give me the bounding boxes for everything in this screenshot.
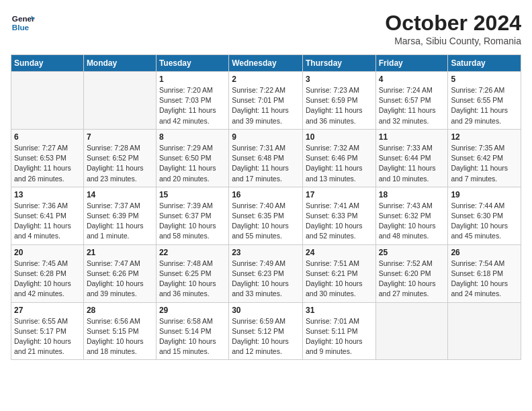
logo: General Blue xyxy=(11,11,35,35)
svg-text:Blue: Blue xyxy=(12,23,30,32)
day-number: 24 xyxy=(306,248,373,257)
weekday-header: Sunday xyxy=(11,55,84,72)
calendar-table: SundayMondayTuesdayWednesdayThursdayFrid… xyxy=(11,54,521,360)
page-header: General Blue October 2024 Marsa, Sibiu C… xyxy=(11,11,521,46)
day-number: 22 xyxy=(159,248,226,257)
calendar-week-row: 20Sunrise: 7:45 AM Sunset: 6:28 PM Dayli… xyxy=(11,244,521,302)
title-block: October 2024 Marsa, Sibiu County, Romani… xyxy=(385,11,521,46)
calendar-cell: 19Sunrise: 7:44 AM Sunset: 6:30 PM Dayli… xyxy=(448,187,521,244)
day-info: Sunrise: 7:51 AM Sunset: 6:21 PM Dayligh… xyxy=(306,259,373,300)
day-info: Sunrise: 6:55 AM Sunset: 5:17 PM Dayligh… xyxy=(14,316,81,357)
day-number: 21 xyxy=(87,248,153,257)
calendar-cell: 13Sunrise: 7:36 AM Sunset: 6:41 PM Dayli… xyxy=(11,187,84,244)
day-info: Sunrise: 7:33 AM Sunset: 6:44 PM Dayligh… xyxy=(379,143,445,184)
day-info: Sunrise: 7:23 AM Sunset: 6:59 PM Dayligh… xyxy=(306,85,373,126)
calendar-cell xyxy=(11,72,84,130)
day-number: 11 xyxy=(379,132,445,142)
day-info: Sunrise: 7:49 AM Sunset: 6:23 PM Dayligh… xyxy=(232,259,300,300)
calendar-cell: 2Sunrise: 7:22 AM Sunset: 7:01 PM Daylig… xyxy=(229,72,303,130)
calendar-week-row: 13Sunrise: 7:36 AM Sunset: 6:41 PM Dayli… xyxy=(11,187,521,244)
day-info: Sunrise: 7:28 AM Sunset: 6:52 PM Dayligh… xyxy=(87,143,153,184)
weekday-header: Friday xyxy=(375,55,448,72)
calendar-cell: 14Sunrise: 7:37 AM Sunset: 6:39 PM Dayli… xyxy=(83,187,156,244)
calendar-cell: 1Sunrise: 7:20 AM Sunset: 7:03 PM Daylig… xyxy=(156,72,228,130)
day-info: Sunrise: 7:48 AM Sunset: 6:25 PM Dayligh… xyxy=(159,259,226,300)
calendar-cell: 15Sunrise: 7:39 AM Sunset: 6:37 PM Dayli… xyxy=(156,187,228,244)
calendar-cell: 8Sunrise: 7:29 AM Sunset: 6:50 PM Daylig… xyxy=(156,129,228,187)
weekday-header-row: SundayMondayTuesdayWednesdayThursdayFrid… xyxy=(11,55,521,72)
day-info: Sunrise: 7:37 AM Sunset: 6:39 PM Dayligh… xyxy=(87,201,153,242)
day-info: Sunrise: 7:20 AM Sunset: 7:03 PM Dayligh… xyxy=(159,85,226,126)
day-info: Sunrise: 7:41 AM Sunset: 6:33 PM Dayligh… xyxy=(306,201,373,242)
day-info: Sunrise: 7:35 AM Sunset: 6:42 PM Dayligh… xyxy=(451,143,518,184)
day-info: Sunrise: 7:01 AM Sunset: 5:11 PM Dayligh… xyxy=(306,316,373,357)
calendar-cell: 21Sunrise: 7:47 AM Sunset: 6:26 PM Dayli… xyxy=(83,244,156,302)
calendar-cell: 31Sunrise: 7:01 AM Sunset: 5:11 PM Dayli… xyxy=(302,302,375,360)
day-number: 13 xyxy=(14,190,81,199)
day-info: Sunrise: 7:27 AM Sunset: 6:53 PM Dayligh… xyxy=(14,143,81,184)
day-info: Sunrise: 7:54 AM Sunset: 6:18 PM Dayligh… xyxy=(451,259,518,300)
day-number: 7 xyxy=(87,132,153,142)
day-number: 4 xyxy=(379,75,445,84)
day-number: 26 xyxy=(451,248,518,257)
calendar-cell: 24Sunrise: 7:51 AM Sunset: 6:21 PM Dayli… xyxy=(302,244,375,302)
calendar-cell xyxy=(375,302,448,360)
day-info: Sunrise: 7:45 AM Sunset: 6:28 PM Dayligh… xyxy=(14,259,81,300)
day-number: 1 xyxy=(159,75,226,84)
day-number: 16 xyxy=(232,190,300,199)
month-title: October 2024 xyxy=(385,11,521,36)
day-info: Sunrise: 7:31 AM Sunset: 6:48 PM Dayligh… xyxy=(232,143,300,184)
calendar-cell: 18Sunrise: 7:43 AM Sunset: 6:32 PM Dayli… xyxy=(375,187,448,244)
calendar-cell: 12Sunrise: 7:35 AM Sunset: 6:42 PM Dayli… xyxy=(448,129,521,187)
location-subtitle: Marsa, Sibiu County, Romania xyxy=(385,36,521,46)
day-number: 23 xyxy=(232,248,300,257)
day-number: 20 xyxy=(14,248,81,257)
day-number: 27 xyxy=(14,306,81,315)
day-number: 9 xyxy=(232,132,300,142)
weekday-header: Saturday xyxy=(448,55,521,72)
calendar-cell: 30Sunrise: 6:59 AM Sunset: 5:12 PM Dayli… xyxy=(229,302,303,360)
day-number: 6 xyxy=(14,132,81,142)
day-info: Sunrise: 7:47 AM Sunset: 6:26 PM Dayligh… xyxy=(87,259,153,300)
calendar-cell: 23Sunrise: 7:49 AM Sunset: 6:23 PM Dayli… xyxy=(229,244,303,302)
calendar-week-row: 1Sunrise: 7:20 AM Sunset: 7:03 PM Daylig… xyxy=(11,72,521,130)
day-info: Sunrise: 7:44 AM Sunset: 6:30 PM Dayligh… xyxy=(451,201,518,242)
day-info: Sunrise: 7:40 AM Sunset: 6:35 PM Dayligh… xyxy=(232,201,300,242)
day-info: Sunrise: 7:36 AM Sunset: 6:41 PM Dayligh… xyxy=(14,201,81,242)
calendar-cell: 27Sunrise: 6:55 AM Sunset: 5:17 PM Dayli… xyxy=(11,302,84,360)
day-info: Sunrise: 6:58 AM Sunset: 5:14 PM Dayligh… xyxy=(159,316,226,357)
calendar-cell: 29Sunrise: 6:58 AM Sunset: 5:14 PM Dayli… xyxy=(156,302,228,360)
day-number: 5 xyxy=(451,75,518,84)
calendar-cell: 26Sunrise: 7:54 AM Sunset: 6:18 PM Dayli… xyxy=(448,244,521,302)
day-info: Sunrise: 7:24 AM Sunset: 6:57 PM Dayligh… xyxy=(379,85,445,126)
day-number: 29 xyxy=(159,306,226,315)
calendar-week-row: 6Sunrise: 7:27 AM Sunset: 6:53 PM Daylig… xyxy=(11,129,521,187)
calendar-cell: 4Sunrise: 7:24 AM Sunset: 6:57 PM Daylig… xyxy=(375,72,448,130)
day-number: 31 xyxy=(306,306,373,315)
day-info: Sunrise: 6:59 AM Sunset: 5:12 PM Dayligh… xyxy=(232,316,300,357)
day-number: 14 xyxy=(87,190,153,199)
day-number: 3 xyxy=(306,75,373,84)
weekday-header: Tuesday xyxy=(156,55,228,72)
weekday-header: Wednesday xyxy=(229,55,303,72)
calendar-cell: 5Sunrise: 7:26 AM Sunset: 6:55 PM Daylig… xyxy=(448,72,521,130)
calendar-cell: 22Sunrise: 7:48 AM Sunset: 6:25 PM Dayli… xyxy=(156,244,228,302)
calendar-cell xyxy=(83,72,156,130)
day-number: 15 xyxy=(159,190,226,199)
calendar-cell: 6Sunrise: 7:27 AM Sunset: 6:53 PM Daylig… xyxy=(11,129,84,187)
day-number: 18 xyxy=(379,190,445,199)
calendar-cell: 7Sunrise: 7:28 AM Sunset: 6:52 PM Daylig… xyxy=(83,129,156,187)
day-number: 19 xyxy=(451,190,518,199)
day-info: Sunrise: 7:52 AM Sunset: 6:20 PM Dayligh… xyxy=(379,259,445,300)
day-info: Sunrise: 7:22 AM Sunset: 7:01 PM Dayligh… xyxy=(232,85,300,126)
day-info: Sunrise: 6:56 AM Sunset: 5:15 PM Dayligh… xyxy=(87,316,153,357)
day-number: 10 xyxy=(306,132,373,142)
calendar-cell: 17Sunrise: 7:41 AM Sunset: 6:33 PM Dayli… xyxy=(302,187,375,244)
day-info: Sunrise: 7:26 AM Sunset: 6:55 PM Dayligh… xyxy=(451,85,518,126)
calendar-cell: 10Sunrise: 7:32 AM Sunset: 6:46 PM Dayli… xyxy=(302,129,375,187)
day-number: 28 xyxy=(87,306,153,315)
weekday-header: Thursday xyxy=(302,55,375,72)
day-info: Sunrise: 7:29 AM Sunset: 6:50 PM Dayligh… xyxy=(159,143,226,184)
day-info: Sunrise: 7:32 AM Sunset: 6:46 PM Dayligh… xyxy=(306,143,373,184)
logo-icon: General Blue xyxy=(11,11,35,35)
